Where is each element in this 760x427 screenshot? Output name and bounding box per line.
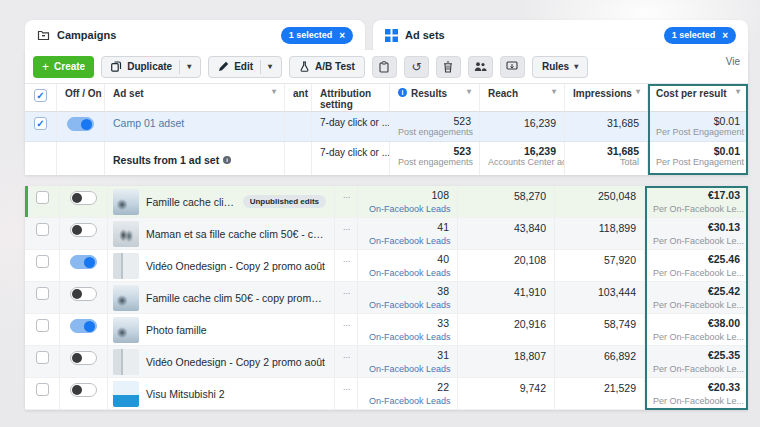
unpublished-edits-badge: Unpublished edits bbox=[243, 195, 326, 208]
adsets-clear-selection-icon[interactable]: × bbox=[722, 30, 728, 41]
results-type-label: On-Facebook Leads bbox=[369, 268, 451, 278]
col-impressions[interactable]: Impressions ▾ bbox=[565, 84, 648, 111]
clipboard-button[interactable] bbox=[372, 56, 397, 78]
summary-impressions-cell: 31,685 Total bbox=[565, 142, 648, 175]
adsets-selected-badge[interactable]: 1 selected × bbox=[664, 27, 736, 44]
ad-row[interactable]: Famille cache clim 50€ - copy promo fin … bbox=[25, 282, 748, 314]
row-checkbox[interactable] bbox=[36, 223, 49, 236]
impressions-cell: 103,444 bbox=[555, 282, 645, 313]
cost-type-label: Per On-Facebook Le... bbox=[653, 236, 740, 246]
adset-name-link[interactable]: Camp 01 adset bbox=[105, 112, 285, 141]
col-off-on: Off / On bbox=[57, 84, 105, 111]
tab-campaigns-label: Campaigns bbox=[57, 29, 116, 41]
row-checkbox[interactable] bbox=[36, 255, 49, 268]
col-cost-per-result[interactable]: Cost per result ▾ bbox=[648, 84, 748, 111]
rules-button[interactable]: Rules ▾ bbox=[532, 56, 588, 78]
ad-name-link[interactable]: Photo famille bbox=[146, 324, 207, 336]
results-cell: 523 Post engagements bbox=[390, 112, 480, 141]
results-type-label: On-Facebook Leads bbox=[369, 396, 451, 406]
ad-thumbnail bbox=[113, 381, 139, 407]
grid-icon bbox=[385, 29, 398, 42]
row-checkbox[interactable]: ✓ bbox=[34, 117, 47, 130]
ad-name-link[interactable]: Vidéo Onedesign - Copy 2 promo août bbox=[146, 260, 325, 272]
row-checkbox[interactable] bbox=[36, 287, 49, 300]
delete-button[interactable] bbox=[436, 56, 461, 78]
sort-icon[interactable]: ▾ bbox=[636, 88, 640, 97]
cost-type-label: Per On-Facebook Le... bbox=[653, 204, 740, 214]
sort-icon[interactable]: ▾ bbox=[272, 88, 276, 97]
reach-cell: 18,807 bbox=[458, 346, 555, 377]
chevron-down-icon[interactable]: ▾ bbox=[187, 62, 191, 71]
ad-row[interactable]: Vidéo Onedesign - Copy 2 promo août ... … bbox=[25, 346, 748, 378]
create-button[interactable]: + Create bbox=[33, 56, 94, 78]
ad-name-link[interactable]: Maman et sa fille cache clim 50€ - copy … bbox=[146, 228, 326, 240]
ad-row[interactable]: Photo famille ... 33 On-Facebook Leads 2… bbox=[25, 314, 748, 346]
cost-type-label: Per On-Facebook Le... bbox=[653, 396, 740, 406]
cost-cell: $0.01 Per Post Engagement bbox=[648, 112, 748, 141]
cost-cell: €25.46 Per On-Facebook Le... bbox=[645, 250, 748, 281]
ad-toggle[interactable] bbox=[70, 223, 97, 237]
results-cell: 40 On-Facebook Leads bbox=[358, 250, 458, 281]
cost-type-label: Per On-Facebook Le... bbox=[653, 300, 740, 310]
duplicate-button[interactable]: Duplicate ▾ bbox=[101, 56, 201, 78]
campaigns-selected-badge[interactable]: 1 selected × bbox=[281, 27, 353, 44]
row-checkbox[interactable] bbox=[36, 319, 49, 332]
select-all-checkbox[interactable]: ✓ bbox=[34, 89, 47, 102]
ad-row[interactable]: Famille cache clim 50€ - ... Unpublished… bbox=[25, 186, 748, 218]
row-checkbox[interactable] bbox=[36, 191, 49, 204]
attribution-truncated: ... bbox=[335, 346, 358, 377]
impressions-cell: 118,899 bbox=[555, 218, 645, 249]
ad-toggle[interactable] bbox=[70, 351, 97, 365]
sort-icon[interactable]: ▾ bbox=[552, 88, 556, 97]
undo-button[interactable]: ↺ bbox=[404, 56, 429, 78]
tab-adsets[interactable]: Ad sets 1 selected × bbox=[373, 20, 748, 50]
chevron-down-icon[interactable]: ▾ bbox=[268, 62, 272, 71]
ad-name-link[interactable]: Famille cache clim 50€ - copy promo fin … bbox=[146, 292, 326, 304]
tab-campaigns[interactable]: Campaigns 1 selected × bbox=[25, 20, 365, 50]
info-icon: i bbox=[398, 88, 407, 97]
ad-toggle[interactable] bbox=[70, 319, 97, 333]
campaigns-clear-selection-icon[interactable]: × bbox=[339, 30, 345, 41]
ad-toggle[interactable] bbox=[70, 255, 97, 269]
info-icon: i bbox=[223, 156, 231, 164]
cost-type-label: Per On-Facebook Le... bbox=[653, 268, 740, 278]
ad-name-link[interactable]: Vidéo Onedesign - Copy 2 promo août bbox=[146, 356, 325, 368]
results-cell: 108 On-Facebook Leads bbox=[358, 186, 458, 217]
impressions-cell: 250,048 bbox=[555, 186, 645, 217]
assign-people-button[interactable] bbox=[468, 56, 493, 78]
sort-icon[interactable]: ▾ bbox=[736, 88, 740, 97]
ad-toggle[interactable] bbox=[70, 383, 97, 397]
cost-cell: €17.03 Per On-Facebook Le... bbox=[645, 186, 748, 217]
create-button-label: Create bbox=[54, 61, 85, 72]
ad-name-link[interactable]: Famille cache clim 50€ - ... bbox=[146, 196, 236, 208]
results-cell: 41 On-Facebook Leads bbox=[358, 218, 458, 249]
ab-test-button[interactable]: A/B Test bbox=[289, 56, 365, 78]
col-results[interactable]: i Results ▾ bbox=[390, 84, 480, 111]
row-checkbox[interactable] bbox=[36, 351, 49, 364]
adset-row[interactable]: ✓ Camp 01 adset 7-day click or ... 523 P… bbox=[25, 112, 748, 142]
col-ad-set[interactable]: Ad set ▾ bbox=[105, 84, 285, 111]
ad-name-link[interactable]: Visu Mitsubishi 2 bbox=[146, 388, 225, 400]
ad-row[interactable]: Vidéo Onedesign - Copy 2 promo août ... … bbox=[25, 250, 748, 282]
undo-icon: ↺ bbox=[411, 60, 421, 74]
ad-row[interactable]: Maman et sa fille cache clim 50€ - copy … bbox=[25, 218, 748, 250]
cost-cell: €38.00 Per On-Facebook Le... bbox=[645, 314, 748, 345]
export-button[interactable] bbox=[500, 56, 525, 78]
col-reach[interactable]: Reach ▾ bbox=[480, 84, 565, 111]
row-checkbox[interactable] bbox=[36, 383, 49, 396]
cost-type-label: Per On-Facebook Le... bbox=[653, 332, 740, 342]
edit-button[interactable]: Edit ▾ bbox=[208, 56, 282, 78]
ab-test-button-label: A/B Test bbox=[315, 61, 355, 72]
ad-toggle[interactable] bbox=[70, 191, 97, 205]
ad-row[interactable]: Visu Mitsubishi 2 ... 22 On-Facebook Lea… bbox=[25, 378, 748, 410]
results-type-label: On-Facebook Leads bbox=[369, 204, 451, 214]
col-attribution[interactable]: Attribution setting bbox=[312, 84, 390, 111]
campaigns-selected-count: 1 selected bbox=[289, 30, 333, 40]
clipboard-icon bbox=[379, 61, 389, 73]
ad-thumbnail bbox=[113, 285, 139, 311]
edit-button-label: Edit bbox=[234, 61, 253, 72]
sort-icon[interactable]: ▾ bbox=[467, 88, 471, 97]
adset-toggle[interactable] bbox=[67, 117, 94, 131]
select-all-cell: ✓ bbox=[25, 84, 57, 111]
ad-toggle[interactable] bbox=[70, 287, 97, 301]
